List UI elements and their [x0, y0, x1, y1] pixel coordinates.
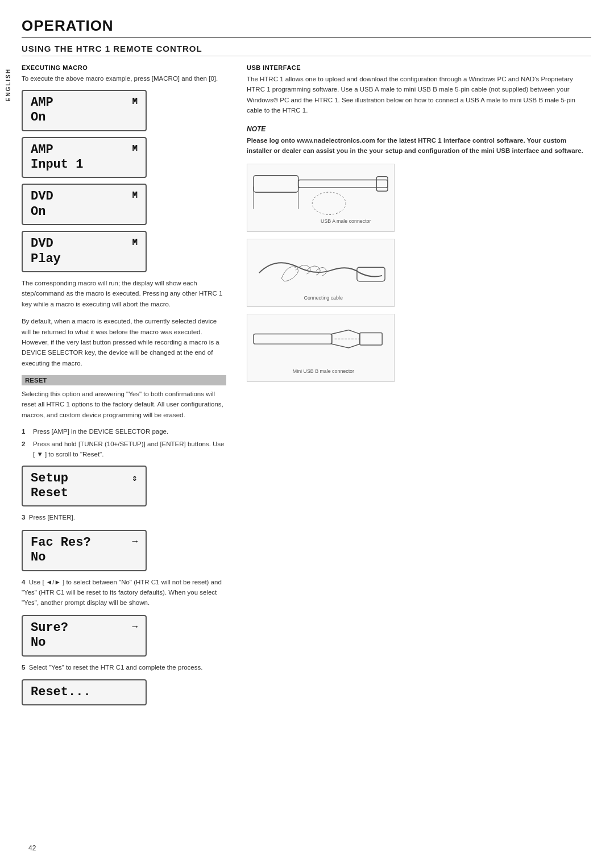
- page-number: 42: [28, 844, 36, 852]
- reset-section: RESET Selecting this option and answerin…: [22, 375, 226, 705]
- note-box: NOTE Please log onto www.nadelectronics.…: [247, 125, 591, 156]
- lcd-amp-on-line2: On: [31, 110, 53, 125]
- step1-text: Press [AMP] in the DEVICE SELECTOR page.: [33, 427, 168, 437]
- illustration-bottom-svg: Mini USB B male connector: [247, 314, 394, 381]
- macro-para2: By default, when a macro is executed, th…: [22, 316, 226, 368]
- illustration-bottom: Mini USB B male connector: [247, 314, 395, 382]
- lcd-amp-input-symbol: M: [132, 144, 138, 154]
- lcd-display-amp-input: AMP Input 1 M: [22, 137, 147, 178]
- lcd-display-amp-on: AMP On M: [22, 90, 147, 131]
- svg-text:Mini USB B male connector: Mini USB B male connector: [293, 369, 354, 375]
- executing-macro-section: EXECUTING MACRO To execute the above mac…: [22, 64, 226, 272]
- lcd-setup-line2: Reset: [31, 486, 68, 501]
- usb-interface-body: The HTRC 1 allows one to upload and down…: [247, 74, 591, 116]
- step4-text: Use [ ◄/► ] to select between "No" (HTR …: [22, 579, 222, 607]
- step1-num: 1: [22, 427, 30, 437]
- svg-rect-10: [360, 333, 382, 346]
- note-label: NOTE: [247, 125, 591, 133]
- section-title: USING THE HTRC 1 REMOTE CONTROL: [22, 44, 591, 56]
- svg-point-5: [312, 193, 346, 215]
- main-content: OPERATION USING THE HTRC 1 REMOTE CONTRO…: [16, 0, 614, 868]
- lcd-fac-res-line1: Fac Res?: [31, 535, 91, 550]
- usb-interface-section: USB INTERFACE The HTRC 1 allows one to u…: [247, 64, 591, 116]
- lcd-display-dvd-play: DVD Play M: [22, 231, 147, 272]
- reset-body: Selecting this option and answering "Yes…: [22, 389, 226, 420]
- executing-macro-label: EXECUTING MACRO: [22, 64, 226, 71]
- lcd-amp-on-symbol: M: [132, 97, 138, 107]
- lcd-dvd-play-line2: Play: [31, 252, 61, 267]
- lcd-display-reset-dots: Reset...: [22, 679, 147, 705]
- svg-rect-2: [376, 177, 388, 192]
- step5-num: 5: [22, 664, 25, 671]
- reset-step-2: 2 Press and hold [TUNER (10+/SETUP)] and…: [22, 439, 226, 460]
- lcd-amp-input-line2: Input 1: [31, 157, 83, 172]
- step4-para: 4 Use [ ◄/► ] to select between "No" (HT…: [22, 577, 226, 608]
- lcd-sure-text: Sure? No: [31, 621, 68, 651]
- sidebar-language-label: ENGLISH: [5, 68, 11, 101]
- macro-para1: The corresponding macro will run; the di…: [22, 278, 226, 309]
- page-header: OPERATION: [22, 17, 591, 38]
- step3-para: 3 Press [ENTER].: [22, 512, 226, 522]
- step5-para: 5 Select "Yes" to reset the HTR C1 and c…: [22, 662, 226, 672]
- svg-rect-7: [357, 268, 385, 282]
- lcd-dvd-play-symbol: M: [132, 238, 138, 248]
- lcd-dvd-play-line1: DVD: [31, 236, 61, 251]
- right-column: USB INTERFACE The HTRC 1 allows one to u…: [247, 64, 591, 711]
- lcd-amp-on-line1: AMP: [31, 95, 53, 110]
- illustration-middle-svg: Connecting cable: [247, 239, 394, 306]
- lcd-fac-res-text: Fac Res? No: [31, 535, 91, 566]
- lcd-display-setup-reset: Setup Reset ⇕: [22, 466, 147, 507]
- note-text: Please log onto www.nadelectronics.com f…: [247, 135, 591, 156]
- sidebar: ENGLISH: [0, 0, 16, 868]
- reset-steps-list: 1 Press [AMP] in the DEVICE SELECTOR pag…: [22, 427, 226, 459]
- lcd-reset-dots-line1: Reset...: [31, 685, 91, 700]
- step2-num: 2: [22, 439, 30, 460]
- lcd-sure-symbol: →: [132, 622, 138, 632]
- left-column: EXECUTING MACRO To execute the above mac…: [22, 64, 226, 711]
- lcd-dvd-on-line1: DVD: [31, 189, 53, 204]
- reset-step-1: 1 Press [AMP] in the DEVICE SELECTOR pag…: [22, 427, 226, 437]
- note-text-strong: Please log onto www.nadelectronics.com f…: [247, 137, 583, 154]
- illustration-top: USB A male connector: [247, 164, 395, 232]
- lcd-dvd-on-line2: On: [31, 205, 53, 219]
- reset-label: RESET: [22, 375, 226, 385]
- lcd-amp-input-line1: AMP: [31, 143, 83, 157]
- usb-interface-label: USB INTERFACE: [247, 64, 591, 71]
- page-title: OPERATION: [22, 17, 591, 35]
- step3-num: 3: [22, 514, 25, 521]
- lcd-sure-line2: No: [31, 636, 68, 650]
- svg-rect-0: [254, 176, 298, 193]
- lcd-amp-input-text: AMP Input 1: [31, 143, 83, 173]
- executing-macro-intro: To execute the above macro example, pres…: [22, 74, 226, 84]
- lcd-dvd-play-text: DVD Play: [31, 236, 61, 267]
- illustration-top-svg: USB A male connector: [247, 164, 394, 231]
- svg-rect-9: [254, 334, 332, 344]
- lcd-fac-res-line2: No: [31, 550, 91, 565]
- step3-text: Press [ENTER].: [29, 514, 75, 521]
- two-column-layout: EXECUTING MACRO To execute the above mac…: [22, 64, 591, 711]
- svg-text:USB A male connector: USB A male connector: [321, 219, 371, 225]
- step5-text: Select "Yes" to reset the HTR C1 and com…: [29, 664, 203, 671]
- lcd-dvd-on-text: DVD On: [31, 189, 53, 219]
- lcd-setup-symbol: ⇕: [132, 472, 138, 484]
- svg-text:Connecting cable: Connecting cable: [304, 296, 343, 301]
- lcd-display-dvd-on: DVD On M: [22, 184, 147, 225]
- lcd-setup-line1: Setup: [31, 471, 68, 486]
- illustration-middle: Connecting cable: [247, 239, 395, 307]
- step4-num: 4: [22, 579, 25, 585]
- lcd-display-sure: Sure? No →: [22, 615, 147, 657]
- lcd-reset-dots-text: Reset...: [31, 685, 91, 700]
- page-container: ENGLISH OPERATION USING THE HTRC 1 REMOT…: [0, 0, 614, 868]
- step2-text: Press and hold [TUNER (10+/SETUP)] and […: [33, 439, 226, 460]
- lcd-setup-reset-text: Setup Reset: [31, 471, 68, 501]
- svg-rect-1: [298, 180, 388, 188]
- lcd-dvd-on-symbol: M: [132, 190, 138, 201]
- lcd-fac-res-symbol: →: [132, 537, 138, 547]
- lcd-sure-line1: Sure?: [31, 621, 68, 636]
- lcd-display-fac-res: Fac Res? No →: [22, 530, 147, 571]
- lcd-amp-on-text: AMP On: [31, 95, 53, 126]
